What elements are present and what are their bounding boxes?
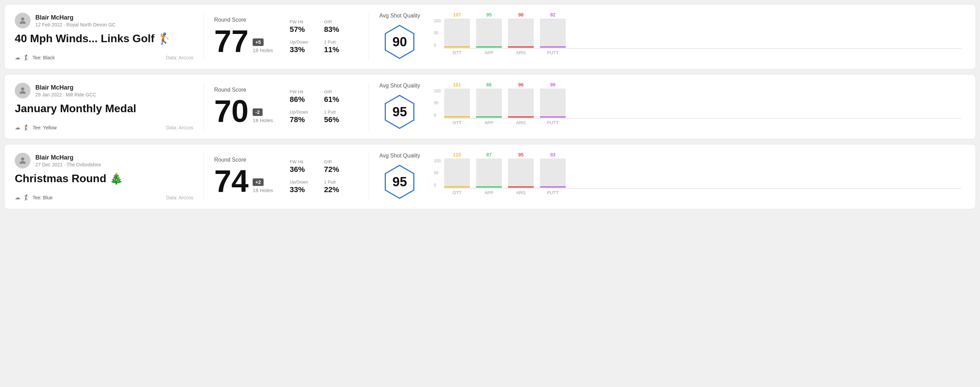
user-info-2: Blair McHarg 29 Jan 2022 · Mill Ride GCC [35,84,96,97]
card-left-2: Blair McHarg 29 Jan 2022 · Mill Ride GCC… [15,82,193,131]
divider1-2 [204,82,204,131]
round-title-1: 40 Mph Winds... Links Golf 🏌 [15,32,193,45]
round-score-label-2: Round Score [214,87,290,93]
user-name-1: Blair McHarg [35,14,115,21]
chart-bar-line-ott [444,116,470,118]
chart-val-arg: 98 [518,12,524,17]
score-holes-2: 18 Holes [253,117,273,123]
tee-info-1: ☁ 🏌 Tee: Black [15,54,55,61]
stats-section-3: FW Hit 36% GIR 72% Up/Down 33% 1 Putt 22… [290,153,358,201]
y-axis-0: 0 [434,43,441,48]
divider1-1 [204,13,204,61]
chart-bar-line-putt [540,186,566,188]
gir-value-3: 72% [324,165,348,174]
divider1-3 [204,153,204,201]
chart-val-app: 95 [487,12,492,17]
gir-label-3: GIR [324,159,348,164]
oneputt-value-2: 56% [324,115,348,124]
gir-label-1: GIR [324,19,348,24]
score-number-3: 74 [214,166,248,197]
stat-gir-3: GIR 72% [324,159,348,174]
chart-bar-app [476,19,502,48]
chart-col-app: 95 [476,12,502,48]
chart-col-putt: 99 [540,82,566,118]
round-score-label-1: Round Score [214,17,290,23]
bag-icon-3: 🏌 [23,194,30,201]
chart-val-app: 86 [487,82,492,87]
stats-section-1: FW Hit 57% GIR 83% Up/Down 33% 1 Putt 11… [290,13,358,61]
svg-point-1 [21,87,24,90]
chart-bar-line-putt [540,46,566,48]
quality-label-1: Avg Shot Quality [379,13,420,19]
user-row-1: Blair McHarg 12 Feb 2022 · Royal North D… [15,13,193,29]
user-row-2: Blair McHarg 29 Jan 2022 · Mill Ride GCC [15,82,193,98]
score-diff-3: +2 [253,178,264,186]
data-source-1: Data: Arccos [166,55,193,60]
stat-gir-1: GIR 83% [324,19,348,34]
stat-updown-2: Up/Down 78% [290,109,314,124]
fw-hit-label-1: FW Hit [290,19,314,24]
chart-bar-line-app [476,186,502,188]
oneputt-value-3: 22% [324,185,348,194]
chart-label-arg: ARG [508,50,534,55]
score-main-1: 77 +5 18 Holes [214,26,290,57]
chart-label-app: APP [476,190,502,195]
stat-fw-hit-1: FW Hit 57% [290,19,314,34]
chart-col-app: 86 [476,82,502,118]
y-axis-50: 50 [434,30,441,35]
hexagon-3: 95 [381,163,418,201]
fw-hit-label-2: FW Hit [290,89,314,94]
score-badge-block-3: +2 18 Holes [253,178,273,197]
oneputt-label-2: 1 Putt [324,109,348,114]
quality-left-3: Avg Shot Quality 95 [379,153,420,201]
stats-row-bottom-1: Up/Down 33% 1 Putt 11% [290,40,358,54]
data-source-3: Data: Arccos [166,195,193,200]
hexagon-2: 95 [381,93,418,131]
y-axis-100: 100 [434,19,441,23]
updown-label-2: Up/Down [290,109,314,114]
tee-label-1: Tee: Black [33,55,55,60]
score-section-2: Round Score 70 -2 18 Holes [214,82,290,131]
chart-label-arg: ARG [508,120,534,125]
y-axis-0: 0 [434,113,441,118]
chart-bar-ott [444,159,470,188]
gir-value-1: 83% [324,25,348,34]
user-name-2: Blair McHarg [35,84,96,91]
stats-row-top-2: FW Hit 86% GIR 61% [290,89,358,104]
chart-container-1: 100 50 0 107 95 98 [430,19,965,55]
stat-oneputt-1: 1 Putt 11% [324,40,348,54]
score-diff-1: +5 [253,38,264,46]
chart-label-ott: OTT [444,120,470,125]
round-score-label-3: Round Score [214,157,290,163]
stat-oneputt-3: 1 Putt 22% [324,179,348,194]
stat-updown-1: Up/Down 33% [290,40,314,54]
chart-bar-arg [508,19,534,48]
chart-label-putt: PUTT [540,190,566,195]
weather-icon-3: ☁ [15,194,20,201]
avatar-1 [15,13,30,29]
chart-container-3: 100 50 0 110 87 95 [430,159,965,195]
quality-left-2: Avg Shot Quality 95 [379,82,420,131]
card-footer-2: ☁ 🏌 Tee: Yellow Data: Arccos [15,124,193,131]
chart-col-ott: 107 [444,12,470,48]
chart-bar-ott [444,89,470,118]
hexagon-score-1: 90 [392,35,407,49]
chart-val-putt: 82 [550,12,556,17]
quality-label-2: Avg Shot Quality [379,82,420,89]
chart-val-app: 87 [487,152,492,157]
chart-val-ott: 107 [453,12,461,17]
oneputt-label-1: 1 Putt [324,40,348,44]
fw-hit-label-3: FW Hit [290,159,314,164]
score-section-1: Round Score 77 +5 18 Holes [214,13,290,61]
bag-icon-1: 🏌 [23,54,30,61]
avatar-2 [15,82,30,98]
tee-info-2: ☁ 🏌 Tee: Yellow [15,124,57,131]
chart-bar-line-arg [508,116,534,118]
chart-val-putt: 99 [550,82,556,87]
chart-col-putt: 93 [540,152,566,188]
card-left-1: Blair McHarg 12 Feb 2022 · Royal North D… [15,13,193,61]
y-axis-50: 50 [434,100,441,105]
oneputt-label-3: 1 Putt [324,179,348,185]
oneputt-value-1: 11% [324,45,348,54]
chart-bar-line-app [476,116,502,118]
